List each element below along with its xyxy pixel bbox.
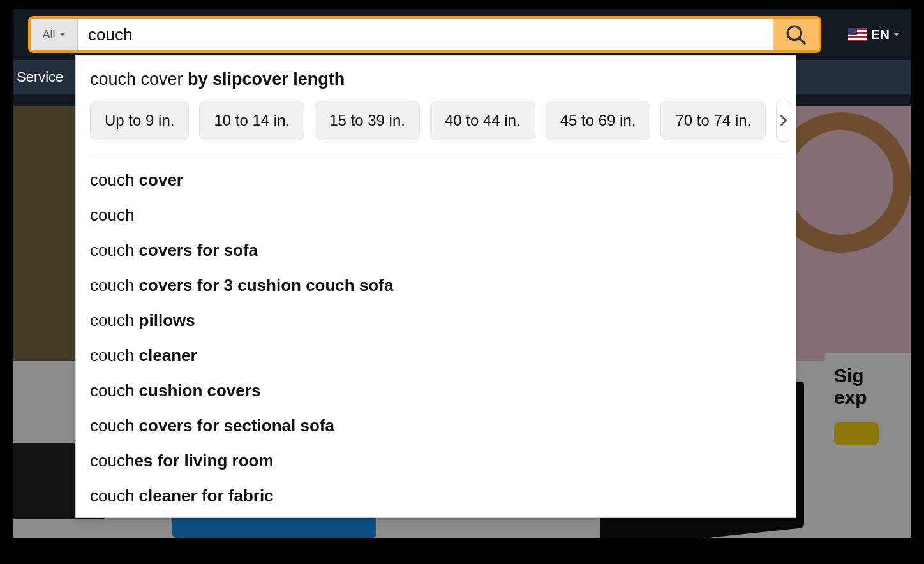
- search-category-dropdown[interactable]: All: [31, 19, 78, 50]
- search-input[interactable]: [78, 19, 773, 50]
- svg-line-1: [799, 38, 805, 44]
- refinement-chip[interactable]: 70 to 74 in.: [660, 101, 766, 140]
- flag-us-icon: [848, 28, 867, 41]
- search-submit-button[interactable]: [773, 19, 819, 50]
- search-icon: [785, 24, 807, 45]
- suggestion-item[interactable]: couches for living room: [76, 443, 796, 479]
- suggestion-item[interactable]: couch covers for sectional sofa: [76, 408, 796, 443]
- suggestion-item[interactable]: couch covers for sofa: [76, 233, 796, 268]
- chevron-right-icon: [777, 114, 791, 128]
- language-selector[interactable]: EN: [829, 27, 900, 42]
- search-bar: All: [28, 16, 821, 53]
- promo-line-2: exp: [834, 387, 911, 408]
- promo-line-1: Sig: [834, 365, 911, 387]
- divider: [90, 156, 782, 156]
- suggestion-list: couch cover couch couch covers for sofa …: [76, 159, 796, 514]
- refinement-title: couch cover by slipcover length: [90, 70, 782, 89]
- suggestion-item[interactable]: couch cleaner for fabric: [76, 479, 796, 514]
- refinement-chips-row: Up to 9 in. 10 to 14 in. 15 to 39 in. 40…: [90, 100, 782, 142]
- language-label: EN: [871, 27, 890, 42]
- suggestion-item[interactable]: couch cover: [76, 163, 796, 198]
- search-category-label: All: [42, 28, 55, 41]
- refinement-chip[interactable]: 40 to 44 in.: [430, 101, 535, 140]
- refinement-chip[interactable]: 45 to 69 in.: [546, 101, 651, 140]
- refinement-chip[interactable]: 15 to 39 in.: [315, 101, 420, 140]
- suggestion-item[interactable]: couch covers for 3 cushion couch sofa: [76, 268, 796, 303]
- refinement-section: couch cover by slipcover length Up to 9 …: [76, 56, 796, 151]
- caret-down-icon: [59, 33, 66, 36]
- suggestion-item[interactable]: couch: [76, 198, 796, 233]
- suggestion-item[interactable]: couch cleaner: [76, 338, 796, 373]
- refinement-title-prefix: couch cover: [90, 70, 188, 89]
- refinement-scroll-next-button[interactable]: [776, 100, 791, 142]
- subnav-item-service[interactable]: Service: [17, 69, 63, 85]
- suggestion-item[interactable]: couch cushion covers: [76, 373, 796, 408]
- refinement-title-bold: by slipcover length: [188, 70, 345, 89]
- top-nav: All EN: [13, 9, 911, 60]
- caret-down-icon: [893, 33, 900, 36]
- suggestion-item[interactable]: couch pillows: [76, 303, 796, 338]
- search-suggestions-flyout: couch cover by slipcover length Up to 9 …: [75, 55, 796, 518]
- promo-cta-button[interactable]: [834, 422, 879, 445]
- refinement-chip[interactable]: 10 to 14 in.: [199, 101, 304, 140]
- refinement-chip[interactable]: Up to 9 in.: [90, 101, 189, 140]
